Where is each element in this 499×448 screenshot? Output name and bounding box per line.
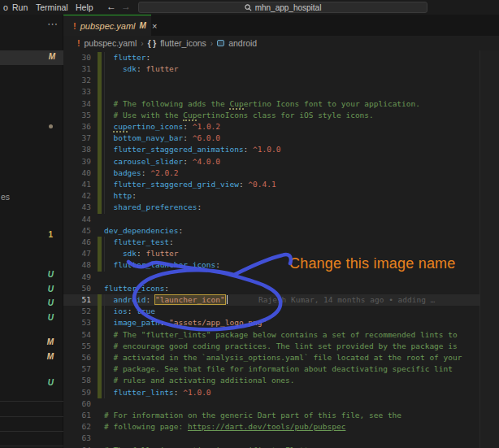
code-line-46[interactable]: 46 flutter_test: bbox=[63, 237, 479, 248]
code-text: # package. See that file for information… bbox=[104, 363, 453, 375]
explorer-selected-row[interactable]: M bbox=[0, 50, 63, 65]
more-actions-icon[interactable]: ⋯ bbox=[47, 18, 59, 30]
explorer-row[interactable]: U bbox=[0, 377, 63, 390]
code-text: flutter_launcher_icons: bbox=[104, 259, 220, 271]
code-line-63[interactable]: 63 bbox=[63, 433, 479, 444]
code-text: carousel_slider: ^4.0.0 bbox=[104, 156, 220, 167]
git-gutter-changed bbox=[98, 375, 102, 386]
breadcrumb-separator: › bbox=[210, 39, 213, 48]
git-untracked-badge: U bbox=[48, 285, 54, 294]
code-line-30[interactable]: 30 flutter: bbox=[63, 52, 479, 63]
code-line-59[interactable]: 59 flutter_lints: ^1.0.0 bbox=[63, 387, 479, 398]
breadcrumb: ! pubspec.yaml › { } flutter_icons › and… bbox=[63, 36, 499, 50]
forward-arrow-icon[interactable]: → bbox=[121, 0, 131, 15]
code-line-40[interactable]: 40 badges: ^2.0.2 bbox=[63, 167, 479, 179]
menu-terminal[interactable]: Terminal bbox=[33, 0, 71, 15]
code-line-60[interactable]: 60 bbox=[63, 398, 479, 410]
menu-help[interactable]: Help bbox=[73, 0, 96, 15]
code-line-51[interactable]: 51 android: "launcher_icon"Rajesh Kumar,… bbox=[63, 294, 479, 306]
line-number: 58 bbox=[63, 375, 91, 386]
code-text: badges: ^2.0.2 bbox=[104, 167, 179, 179]
line-number: 39 bbox=[63, 156, 91, 167]
code-line-35[interactable]: 35 # Use with the CupertinoIcons class f… bbox=[63, 110, 479, 121]
breadcrumb-symbol[interactable]: flutter_icons bbox=[160, 38, 206, 48]
sidebar-divider bbox=[0, 416, 63, 417]
code-line-42[interactable]: 42 http: bbox=[63, 190, 479, 202]
line-number: 47 bbox=[63, 248, 91, 259]
sidebar-divider bbox=[0, 431, 63, 432]
code-line-57[interactable]: 57 # package. See that file for informat… bbox=[63, 363, 479, 375]
code-line-41[interactable]: 41 flutter_staggered_grid_view: ^0.4.1 bbox=[63, 179, 479, 190]
line-number: 45 bbox=[63, 225, 91, 237]
code-line-32[interactable]: 32 bbox=[63, 75, 479, 86]
code-editor[interactable]: 30 flutter:31 sdk: flutter323334 # The f… bbox=[63, 50, 499, 448]
code-line-50[interactable]: 50flutter_icons: bbox=[63, 283, 479, 294]
code-line-62[interactable]: 62# following page: https://dart.dev/too… bbox=[63, 421, 479, 433]
git-gutter-changed bbox=[98, 110, 102, 121]
command-center-search[interactable]: mhn_app_hospital bbox=[138, 2, 427, 13]
code-line-54[interactable]: 54 # The "flutter_lints" package below c… bbox=[63, 329, 479, 341]
text-cursor bbox=[227, 295, 228, 304]
code-line-61[interactable]: 61# For information on the generic Dart … bbox=[63, 410, 479, 421]
git-untracked-badge: U bbox=[48, 378, 54, 387]
code-text: flutter_staggered_grid_view: ^0.4.1 bbox=[104, 179, 276, 190]
breadcrumb-field[interactable]: android bbox=[228, 38, 257, 48]
code-text: # The following section is specific to F… bbox=[104, 445, 323, 448]
line-number: 55 bbox=[63, 341, 91, 352]
code-line-34[interactable]: 34 # The following adds the Cupertino Ic… bbox=[63, 98, 479, 110]
code-text: sdk: flutter bbox=[104, 63, 179, 75]
code-text: bottom_navy_bar: ^6.0.0 bbox=[104, 133, 220, 144]
breadcrumb-file[interactable]: pubspec.yaml bbox=[85, 38, 137, 48]
code-line-52[interactable]: 52 ios: true bbox=[63, 306, 479, 317]
explorer-row[interactable]: U bbox=[0, 284, 63, 297]
code-line-53[interactable]: 53 image_path: "assets/app_logo.png" bbox=[63, 317, 479, 328]
code-line-31[interactable]: 31 sdk: flutter bbox=[63, 63, 479, 75]
code-line-38[interactable]: 38 flutter_staggered_animations: ^1.0.0 bbox=[63, 144, 479, 155]
explorer-row[interactable]: M bbox=[0, 337, 63, 350]
indent-guide bbox=[104, 75, 105, 86]
explorer-row[interactable]: U bbox=[0, 312, 63, 325]
close-icon[interactable]: × bbox=[152, 21, 157, 31]
code-text: flutter_test: bbox=[104, 237, 174, 248]
code-line-45[interactable]: 45dev_dependencies: bbox=[63, 225, 479, 237]
code-line-37[interactable]: 37 bottom_navy_bar: ^6.0.0 bbox=[63, 133, 479, 144]
highlighted-word-launcher-icon: "launcher_icon" bbox=[155, 295, 225, 304]
git-gutter-changed bbox=[98, 294, 102, 306]
line-number: 63 bbox=[63, 433, 91, 444]
code-line-58[interactable]: 58 # rules and activating additional one… bbox=[63, 375, 479, 386]
tab-pubspec-yaml[interactable]: ! pubspec.yaml M × bbox=[63, 15, 151, 36]
code-line-55[interactable]: 55 # encourage good coding practices. Th… bbox=[63, 341, 479, 352]
line-number: 59 bbox=[63, 387, 91, 398]
code-text: image_path: "assets/app_logo.png" bbox=[104, 317, 267, 328]
code-line-43[interactable]: 43 shared_preferences: bbox=[63, 202, 479, 213]
code-line-44[interactable]: 44 bbox=[63, 214, 479, 225]
code-line-56[interactable]: 56 # activated in the `analysis_options.… bbox=[63, 352, 479, 363]
explorer-row[interactable]: U bbox=[0, 298, 63, 311]
line-number: 30 bbox=[63, 52, 91, 63]
code-line-64[interactable]: 64# The following section is specific to… bbox=[63, 445, 479, 448]
code-text: flutter_staggered_animations: ^1.0.0 bbox=[104, 144, 280, 155]
code-line-33[interactable]: 33 bbox=[63, 86, 479, 98]
explorer-row[interactable]: U bbox=[0, 269, 63, 282]
git-gutter-changed bbox=[98, 121, 102, 133]
explorer-sidebar: ⋯ M es1UUUUMMU bbox=[0, 15, 63, 448]
code-line-39[interactable]: 39 carousel_slider: ^4.0.0 bbox=[63, 156, 479, 167]
git-gutter-changed bbox=[98, 387, 102, 398]
vscode-window: oRunTerminalHelp ← → mhn_app_hospital ⋯ … bbox=[0, 0, 499, 448]
code-line-49[interactable]: 49 bbox=[63, 272, 479, 283]
line-number: 57 bbox=[63, 363, 91, 375]
explorer-row[interactable]: M bbox=[0, 351, 63, 364]
git-gutter-changed bbox=[98, 329, 102, 341]
menu-run[interactable]: Run bbox=[10, 0, 30, 15]
problem-badge-icon: ! bbox=[73, 21, 76, 31]
code-text: # The "flutter_lints" package below cont… bbox=[104, 329, 458, 341]
line-number: 32 bbox=[63, 75, 91, 86]
git-gutter-changed bbox=[98, 202, 102, 213]
code-line-36[interactable]: 36 cupertino_icons: ^1.0.2 bbox=[63, 121, 479, 133]
sidebar-divider bbox=[0, 401, 63, 402]
back-arrow-icon[interactable]: ← bbox=[106, 0, 116, 15]
line-number: 52 bbox=[63, 306, 91, 317]
git-gutter-changed bbox=[98, 52, 102, 63]
scrollbar-gutter[interactable] bbox=[479, 50, 499, 448]
git-gutter-changed bbox=[98, 352, 102, 363]
